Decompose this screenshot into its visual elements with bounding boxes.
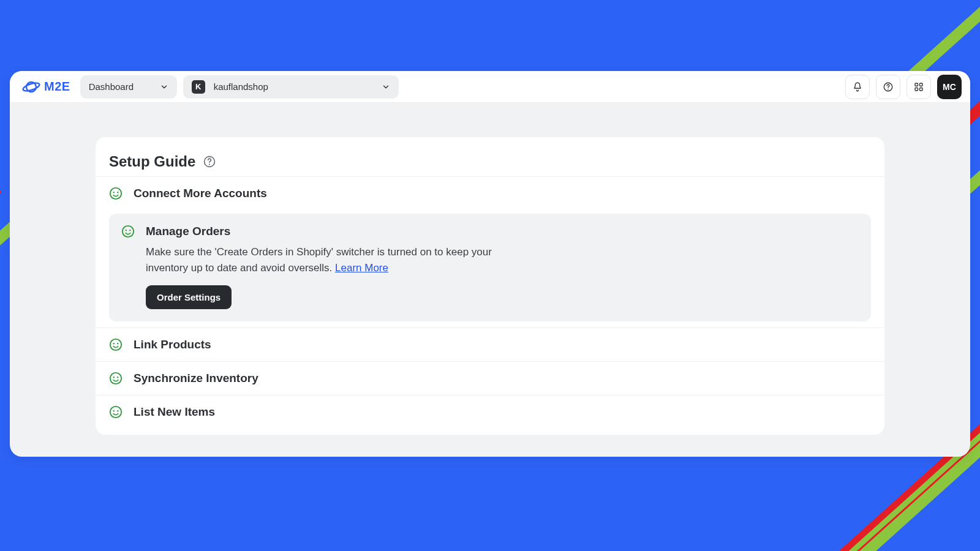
step-title: Synchronize Inventory [134, 372, 258, 385]
notifications-button[interactable] [845, 75, 870, 99]
svg-point-18 [117, 343, 118, 344]
shop-dropdown-label: kauflandshop [214, 81, 268, 92]
svg-point-13 [123, 226, 134, 237]
shop-badge-icon: K [192, 80, 205, 94]
step-connect-accounts[interactable]: Connect More Accounts [96, 176, 884, 210]
svg-point-14 [126, 230, 127, 231]
svg-point-11 [113, 192, 115, 193]
learn-more-link[interactable]: Learn More [335, 262, 388, 274]
user-avatar[interactable]: MC [937, 75, 962, 99]
svg-point-19 [110, 373, 121, 384]
svg-point-22 [110, 407, 121, 418]
step-description-text: Make sure the 'Create Orders in Shopify'… [146, 246, 492, 274]
help-button[interactable] [876, 75, 900, 99]
smile-icon [109, 187, 123, 200]
smile-icon [121, 225, 135, 238]
svg-point-21 [117, 377, 118, 378]
smile-icon [109, 405, 123, 419]
avatar-initials: MC [943, 82, 956, 92]
step-body: Make sure the 'Create Orders in Shopify'… [146, 244, 526, 309]
step-description: Make sure the 'Create Orders in Shopify'… [146, 244, 526, 276]
apps-grid-icon [913, 81, 924, 92]
svg-point-3 [888, 88, 889, 89]
step-list-new-items[interactable]: List New Items [96, 395, 884, 429]
svg-point-17 [113, 343, 115, 344]
step-manage-orders-header[interactable]: Manage Orders [121, 225, 859, 238]
logo-text: M2E [44, 80, 70, 94]
chevron-down-icon [160, 83, 168, 91]
svg-point-24 [117, 410, 118, 411]
step-link-products[interactable]: Link Products [96, 328, 884, 361]
svg-rect-7 [920, 88, 923, 91]
help-icon[interactable] [203, 155, 216, 168]
bell-icon [852, 81, 863, 92]
app-logo[interactable]: M2E [18, 80, 74, 94]
top-bar: M2E Dashboard K kauflandshop [10, 71, 970, 103]
page-content: Setup Guide Connect More Accounts [10, 103, 970, 457]
smile-icon [109, 372, 123, 385]
order-settings-button[interactable]: Order Settings [146, 285, 232, 309]
chevron-down-icon [382, 83, 390, 91]
svg-rect-5 [920, 83, 923, 86]
svg-point-1 [22, 81, 40, 92]
svg-rect-6 [915, 88, 918, 91]
nav-dropdown-label: Dashboard [89, 81, 134, 92]
step-manage-orders: Manage Orders Make sure the 'Create Orde… [109, 214, 871, 321]
svg-point-15 [129, 230, 130, 231]
step-title: Connect More Accounts [134, 187, 267, 200]
svg-point-10 [110, 188, 121, 199]
svg-point-20 [113, 377, 115, 378]
step-title: List New Items [134, 405, 215, 419]
step-title: Manage Orders [146, 225, 230, 238]
smile-icon [109, 338, 123, 351]
shop-dropdown[interactable]: K kauflandshop [183, 75, 399, 99]
svg-point-16 [110, 339, 121, 350]
planet-icon [22, 80, 40, 94]
svg-point-23 [113, 410, 115, 411]
svg-point-12 [117, 192, 118, 193]
setup-guide-card: Setup Guide Connect More Accounts [96, 137, 884, 435]
nav-dropdown[interactable]: Dashboard [80, 75, 177, 99]
card-header: Setup Guide [96, 153, 884, 176]
help-icon [883, 81, 894, 92]
decoration-stripe [0, 184, 1, 332]
svg-rect-4 [915, 83, 918, 86]
app-window: M2E Dashboard K kauflandshop [10, 71, 970, 457]
svg-point-9 [209, 164, 210, 165]
apps-button[interactable] [907, 75, 931, 99]
step-synchronize-inventory[interactable]: Synchronize Inventory [96, 361, 884, 395]
page-title: Setup Guide [109, 153, 195, 170]
step-title: Link Products [134, 338, 211, 351]
